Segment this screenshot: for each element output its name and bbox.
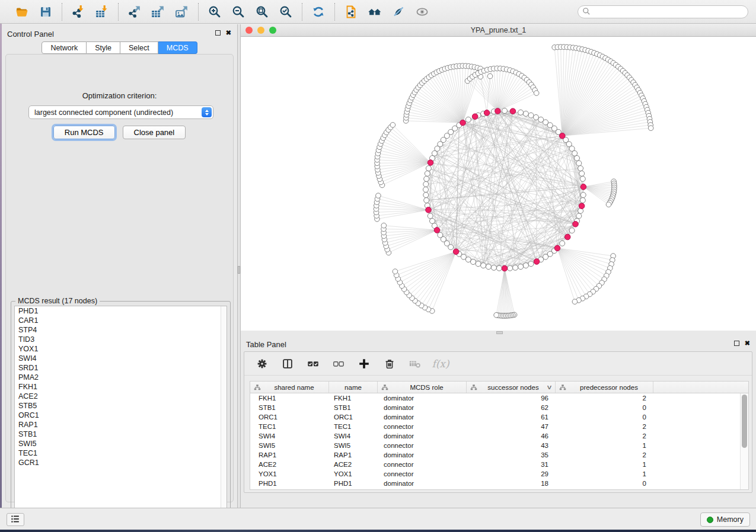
select-all-icon[interactable] (305, 356, 321, 371)
cell-name[interactable]: RAP1 (329, 450, 378, 460)
cell-name[interactable]: YOX1 (329, 469, 378, 479)
graph-node[interactable] (425, 171, 430, 176)
table-row[interactable]: ACE2ACE2connector311 (250, 460, 740, 469)
graph-node[interactable] (496, 265, 502, 271)
graph-node[interactable] (426, 166, 431, 171)
graph-node[interactable] (579, 171, 585, 176)
zoom-fit-icon[interactable] (254, 4, 270, 20)
graph-mcds-node[interactable] (460, 120, 466, 126)
cell-MCDS-role[interactable]: connector (378, 422, 467, 431)
cell-predecessor-nodes[interactable]: 2 (556, 450, 653, 460)
result-node[interactable]: TEC1 (15, 448, 227, 458)
cell-MCDS-role[interactable]: dominator (378, 412, 467, 422)
graph-mcds-node[interactable] (502, 265, 508, 271)
graph-leaf-node[interactable] (390, 123, 395, 128)
table-row[interactable]: SWI4SWI4dominator462 (250, 431, 740, 441)
delete-icon[interactable] (382, 356, 397, 371)
column-header-predecessor-nodes[interactable]: predecessor nodes (556, 382, 653, 393)
table-row[interactable]: YOX1YOX1connector291 (250, 469, 740, 479)
cell-successor-nodes[interactable]: 29 (467, 469, 556, 479)
cell-predecessor-nodes[interactable]: 2 (556, 431, 653, 441)
zoom-selected-icon[interactable] (278, 4, 294, 20)
gear-icon[interactable] (254, 356, 270, 371)
add-icon[interactable] (356, 356, 372, 371)
result-node[interactable]: ACE2 (15, 392, 227, 401)
close-panel-button[interactable]: Close panel (123, 126, 186, 139)
cell-successor-nodes[interactable]: 46 (467, 431, 556, 441)
result-node[interactable]: RAP1 (15, 420, 227, 430)
graph-mcds-node[interactable] (573, 222, 579, 227)
table-row[interactable]: SWI5SWI5connector431 (250, 441, 740, 450)
save-icon[interactable] (38, 4, 53, 20)
home-icon[interactable] (367, 4, 382, 20)
close-panel-icon[interactable]: ✖ (745, 340, 750, 347)
network-file-icon[interactable] (343, 4, 359, 20)
float-panel-icon[interactable] (215, 30, 221, 36)
cell-name[interactable]: FKH1 (329, 393, 378, 403)
graph-mcds-node[interactable] (472, 114, 478, 120)
cell-name[interactable]: ACE2 (329, 460, 378, 469)
open-folder-icon[interactable] (14, 4, 30, 20)
cell-MCDS-role[interactable]: dominator (378, 431, 467, 441)
graph-node[interactable] (476, 261, 481, 267)
cell-predecessor-nodes[interactable]: 2 (556, 422, 653, 431)
graph-node[interactable] (578, 166, 583, 171)
result-node[interactable]: STP4 (15, 325, 227, 335)
graph-node[interactable] (523, 263, 528, 268)
result-node[interactable]: ORC1 (15, 411, 227, 420)
cell-name[interactable]: SWI4 (329, 431, 378, 441)
graph-node[interactable] (528, 261, 534, 267)
result-node[interactable]: YOX1 (15, 344, 227, 354)
cell-predecessor-nodes[interactable]: 0 (556, 412, 653, 422)
horizontal-splitter[interactable] (241, 331, 756, 335)
cell-MCDS-role[interactable]: dominator (378, 479, 467, 488)
result-list-scrollbar[interactable] (221, 306, 227, 517)
clear-selection-icon[interactable] (331, 356, 346, 371)
cell-name[interactable]: TEC1 (329, 422, 378, 431)
columns-icon[interactable] (280, 356, 295, 371)
cell-MCDS-role[interactable]: connector (378, 441, 467, 450)
graph-node[interactable] (513, 265, 518, 270)
column-header-successor-nodes[interactable]: successor nodesv (467, 382, 556, 393)
graph-node[interactable] (430, 219, 435, 224)
cell-MCDS-role[interactable]: dominator (378, 450, 467, 460)
graph-node[interactable] (491, 265, 496, 270)
graph-leaf-node[interactable] (487, 73, 493, 79)
cell-name[interactable]: ORC1 (329, 412, 378, 422)
float-panel-icon[interactable] (734, 341, 739, 346)
export-table-icon[interactable] (151, 4, 166, 20)
import-network-icon[interactable] (71, 4, 86, 20)
graph-node[interactable] (423, 193, 429, 198)
export-network-icon[interactable] (127, 4, 142, 20)
close-panel-icon[interactable]: ✖ (226, 30, 231, 36)
table-row[interactable]: PHD1PHD1dominator180 (250, 479, 740, 488)
graph-node[interactable] (502, 108, 508, 114)
cell-MCDS-role[interactable]: dominator (378, 403, 467, 412)
graph-node[interactable] (481, 263, 486, 268)
export-image-icon[interactable] (174, 4, 190, 20)
result-node[interactable]: PMA2 (15, 373, 227, 382)
search-input[interactable] (591, 7, 748, 17)
cell-shared-name[interactable]: FKH1 (250, 393, 329, 403)
cell-successor-nodes[interactable]: 31 (467, 460, 556, 469)
tab-mcds[interactable]: MCDS (158, 41, 197, 54)
column-header-shared-name[interactable]: shared name (250, 382, 329, 393)
graph-node[interactable] (569, 228, 575, 233)
graph-node[interactable] (428, 213, 433, 219)
graph-node[interactable] (575, 156, 580, 161)
show-eye-icon[interactable] (414, 4, 430, 20)
graph-leaf-node[interactable] (534, 91, 539, 96)
result-node[interactable]: TID3 (15, 335, 227, 344)
graph-mcds-node[interactable] (580, 184, 586, 190)
graph-mcds-node[interactable] (484, 110, 490, 116)
graph-node[interactable] (424, 176, 429, 181)
zoom-in-icon[interactable] (207, 4, 222, 20)
cell-predecessor-nodes[interactable]: 1 (556, 469, 653, 479)
import-table-icon[interactable] (94, 4, 110, 20)
cell-name[interactable]: SWI5 (329, 441, 378, 450)
cell-MCDS-role[interactable]: connector (378, 469, 467, 479)
mcds-result-list[interactable]: PHD1CAR1STP4TID3YOX1SWI4SRD1PMA2FKH1ACE2… (14, 306, 227, 518)
graph-node[interactable] (465, 117, 471, 122)
tab-network[interactable]: Network (42, 41, 87, 54)
result-node[interactable]: SWI5 (15, 439, 227, 448)
